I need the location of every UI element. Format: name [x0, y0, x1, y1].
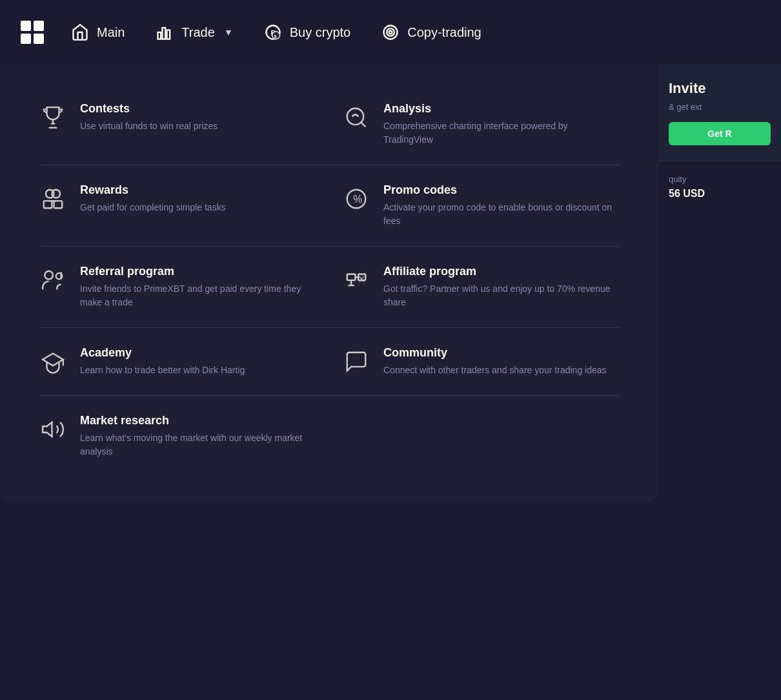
- svg-rect-2: [167, 30, 170, 39]
- community-title: Community: [383, 346, 620, 360]
- equity-section: quity 56 USD: [658, 161, 781, 212]
- home-icon: [70, 22, 90, 43]
- market-research-icon: [39, 415, 67, 444]
- community-desc: Connect with other traders and share you…: [383, 364, 620, 377]
- menu-item-affiliate[interactable]: X Affiliate program Got traffic? Partner…: [329, 247, 633, 327]
- academy-icon: [39, 347, 67, 376]
- analysis-title: Analysis: [383, 102, 620, 116]
- copy-trading-icon: [380, 22, 401, 43]
- menu-item-rewards[interactable]: Rewards Get paid for completing simple t…: [26, 165, 329, 246]
- referral-icon: [39, 266, 67, 294]
- rewards-text: Rewards Get paid for completing simple t…: [80, 183, 316, 214]
- referral-desc: Invite friends to PrimeXBT and get paid …: [80, 282, 316, 309]
- svg-point-9: [389, 31, 392, 34]
- svg-rect-0: [158, 32, 161, 39]
- contests-text: Contests Use virtual funds to win real p…: [80, 102, 316, 133]
- svg-point-14: [52, 190, 60, 198]
- svg-text:X: X: [359, 275, 365, 284]
- navbar: Main Trade ▼ B $ Buy crypto Copy-trad: [0, 0, 781, 65]
- svg-marker-30: [43, 422, 52, 437]
- analysis-text: Analysis Comprehensive charting interfac…: [383, 102, 620, 147]
- right-panel: drawal limit Invite & get ext Get R quit…: [658, 0, 781, 700]
- nav-buy-crypto[interactable]: B $ Buy crypto: [251, 15, 362, 49]
- market-research-text: Market research Learn what's moving the …: [80, 414, 316, 458]
- svg-rect-23: [347, 274, 356, 281]
- svg-rect-15: [44, 201, 52, 208]
- contests-title: Contests: [80, 102, 316, 116]
- menu-item-contests[interactable]: Contests Use virtual funds to win real p…: [26, 84, 329, 165]
- logo-button[interactable]: [13, 13, 52, 52]
- nav-copy-trading[interactable]: Copy-trading: [369, 15, 493, 49]
- menu-item-community[interactable]: Community Connect with other traders and…: [329, 328, 633, 395]
- svg-line-12: [361, 122, 365, 127]
- buy-crypto-label: Buy crypto: [290, 25, 350, 40]
- invite-title: Invite: [669, 80, 771, 97]
- market-research-desc: Learn what's moving the market with our …: [80, 431, 316, 458]
- affiliate-desc: Got traffic? Partner with us and enjoy u…: [383, 282, 620, 309]
- analysis-icon: [342, 103, 370, 132]
- promo-title: Promo codes: [383, 183, 620, 197]
- academy-title: Academy: [80, 346, 316, 360]
- affiliate-text: Affiliate program Got traffic? Partner w…: [383, 265, 620, 309]
- equity-value: 56 USD: [669, 188, 771, 200]
- svg-text:%: %: [353, 194, 362, 205]
- svg-text:$: $: [274, 34, 276, 39]
- community-icon: [342, 347, 370, 376]
- academy-text: Academy Learn how to trade better with D…: [80, 346, 316, 377]
- referral-title: Referral program: [80, 265, 316, 278]
- get-button[interactable]: Get R: [669, 122, 771, 145]
- logo-grid-icon: [21, 21, 44, 44]
- rewards-icon: [39, 185, 67, 213]
- trophy-icon: [39, 103, 67, 132]
- trade-icon: [154, 22, 175, 43]
- invite-subtitle: & get ext: [669, 102, 771, 112]
- svg-point-20: [45, 271, 53, 280]
- svg-rect-1: [163, 28, 166, 39]
- buy-crypto-icon: B $: [263, 22, 283, 43]
- equity-label: quity: [669, 174, 771, 184]
- community-text: Community Connect with other traders and…: [383, 346, 620, 377]
- contests-desc: Use virtual funds to win real prizes: [80, 119, 316, 133]
- menu-item-academy[interactable]: Academy Learn how to trade better with D…: [26, 328, 329, 395]
- affiliate-title: Affiliate program: [383, 265, 620, 278]
- svg-rect-16: [54, 201, 63, 208]
- svg-point-8: [387, 28, 394, 36]
- menu-item-analysis[interactable]: Analysis Comprehensive charting interfac…: [329, 84, 633, 165]
- copy-trading-label: Copy-trading: [407, 25, 482, 40]
- rewards-title: Rewards: [80, 183, 316, 197]
- trade-dropdown-arrow: ▼: [224, 27, 233, 37]
- trade-dropdown: Contests Use virtual funds to win real p…: [0, 65, 658, 502]
- svg-point-7: [384, 26, 398, 39]
- menu-item-promo[interactable]: % Promo codes Activate your promo code t…: [329, 165, 633, 246]
- menu-item-referral[interactable]: Referral program Invite friends to Prime…: [26, 247, 329, 327]
- analysis-desc: Comprehensive charting interface powered…: [383, 119, 620, 147]
- trade-label: Trade: [181, 25, 215, 40]
- rewards-desc: Get paid for completing simple tasks: [80, 201, 316, 214]
- dropdown-grid: Contests Use virtual funds to win real p…: [26, 84, 633, 477]
- referral-text: Referral program Invite friends to Prime…: [80, 265, 316, 309]
- promo-desc: Activate your promo code to enable bonus…: [383, 201, 620, 228]
- nav-trade[interactable]: Trade ▼: [143, 15, 244, 49]
- promo-text: Promo codes Activate your promo code to …: [383, 183, 620, 228]
- svg-point-11: [347, 108, 363, 125]
- academy-desc: Learn how to trade better with Dirk Hart…: [80, 364, 316, 377]
- market-research-title: Market research: [80, 414, 316, 427]
- invite-card: Invite & get ext Get R: [658, 65, 781, 161]
- main-label: Main: [97, 25, 125, 40]
- affiliate-icon: X: [342, 266, 370, 294]
- nav-main[interactable]: Main: [58, 15, 136, 49]
- menu-item-market-research[interactable]: Market research Learn what's moving the …: [26, 396, 329, 477]
- promo-icon: %: [342, 185, 370, 213]
